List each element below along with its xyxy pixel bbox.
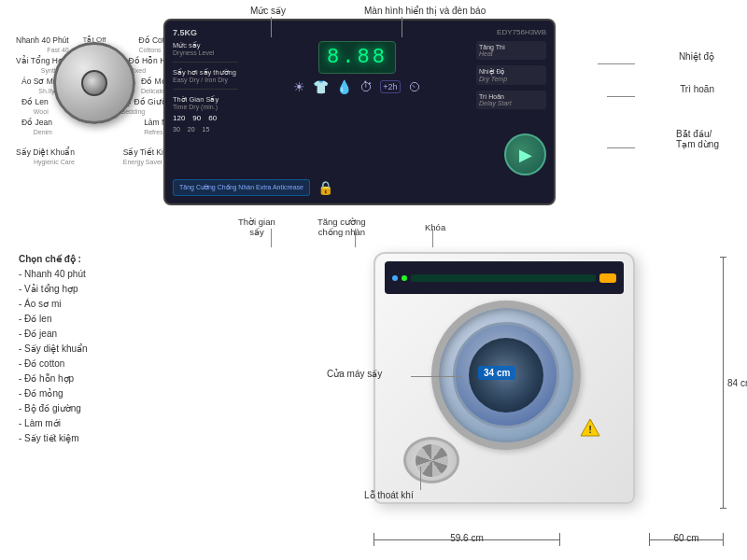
- control-panel-display: 7.5KG EDY756H3WB Mức sấy Dryness Level S…: [163, 19, 556, 205]
- machine-top-panel: [385, 261, 624, 294]
- time-values: 120 90 60: [173, 114, 238, 122]
- tang-cuong-box: Tăng Cường Chống Nhàn Extra Anticrease: [173, 179, 310, 196]
- label-nhiet-do: Nhiệt độ: [679, 51, 714, 62]
- panel-item-muc-say: Mức sấy Dryness Level: [173, 41, 238, 56]
- chon-item-7: - Đồ hỗn hợp: [19, 371, 205, 386]
- line-muc-say: [271, 17, 272, 37]
- panel-item-say-hoi: Sấy hơi sấy thường Easy Dry / Iron Dry: [173, 68, 238, 83]
- label-cua-may-say: Cửa máy sấy: [327, 369, 382, 379]
- digital-display: 8.88: [318, 41, 396, 74]
- dial-label-aosom: Áo Sơ Mi Sh.Ily: [21, 77, 55, 95]
- line-man-hinh: [402, 17, 402, 37]
- dim-596-container: 59.6 cm: [374, 533, 560, 546]
- chon-item-9: - Bộ đồ giường: [19, 401, 205, 416]
- dial-label-sdkhuaan: Sấy Diệt Khuẩn Hygienic Care: [16, 147, 75, 166]
- label-bat-dau: Bắt đầu/ Tạm dừng: [676, 129, 719, 149]
- panel-top-row: 7.5KG EDY756H3WB: [173, 28, 546, 37]
- machine-container: 34 cm ! 84 cm: [336, 233, 738, 551]
- door-measurement-badge: 34 cm: [478, 366, 515, 380]
- icon-shirt: 👕: [313, 79, 329, 94]
- panel-center-col: 8.88 ☀ 👕 💧 ⏱ +2h ⏲: [244, 41, 471, 153]
- label-lo-thoat-khi: Lỗ thoát khí: [364, 490, 414, 500]
- dim-84-label: 84 cm: [727, 378, 747, 388]
- time-sub: 30 20 15: [173, 126, 238, 133]
- chon-che-do-block: Chọn chế độ : - Nhanh 40 phút - Vải tổng…: [19, 252, 205, 446]
- dim-60-container: 60 cm: [649, 533, 724, 546]
- warning-sticker: !: [580, 417, 600, 438]
- chon-item-2: - Áo sơ mi: [19, 297, 205, 312]
- label-khoa: Khóa: [425, 222, 445, 232]
- mode-dial[interactable]: Tắt Off: [53, 42, 135, 124]
- dial-label-dojean: Đồ Jean Denim: [21, 118, 52, 136]
- icon-clock: ⏱: [359, 79, 373, 94]
- chon-item-4: - Đồ jean: [19, 327, 205, 342]
- panel-right-heat: Tăng Thì Heat: [476, 41, 546, 60]
- chon-item-1: - Vải tổng hợp: [19, 282, 205, 297]
- dial-label-dolen: Đồ Len Wool: [21, 97, 49, 116]
- dial-off-label: Tắt Off: [83, 35, 106, 44]
- chon-item-0: - Nhanh 40 phút: [19, 267, 205, 282]
- label-tri-hoan: Trì hoãn: [680, 84, 714, 94]
- panel-left-col: Mức sấy Dryness Level Sấy hơi sấy thường…: [173, 41, 238, 153]
- chon-item-5: - Sấy diệt khuẩn: [19, 342, 205, 357]
- panel-icons-row: ☀ 👕 💧 ⏱ +2h ⏲: [293, 79, 420, 94]
- panel-weight: 7.5KG: [173, 28, 197, 37]
- panel-right-trihoan: Trì Hoãn Delay Start: [476, 91, 546, 109]
- chon-item-8: - Đồ mỏng: [19, 386, 205, 401]
- dial-label-nhanh: Nhanh 40 Phút Fast 40: [16, 35, 69, 54]
- machine-panel-dot3: [599, 273, 616, 283]
- panel-middle: Mức sấy Dryness Level Sấy hơi sấy thường…: [173, 41, 546, 153]
- label-man-hinh: Màn hình hiển thị và đèn báo: [364, 6, 486, 16]
- chon-che-do-title: Chọn chế độ :: [19, 252, 205, 267]
- chon-item-10: - Làm mới: [19, 416, 205, 431]
- machine-panel-dot1: [392, 275, 398, 281]
- dial-section: Nhanh 40 Phút Fast 40 Vải Tổng Hợp Synth…: [14, 9, 177, 215]
- label-thoi-gian-say: Thời giansấy: [238, 217, 275, 237]
- bottom-section: Chọn chế độ : - Nhanh 40 phút - Vải tổng…: [0, 243, 747, 560]
- machine-body: 34 cm !: [374, 252, 635, 504]
- lock-icon[interactable]: 🔒: [317, 180, 333, 195]
- machine-panel-bar: [411, 274, 596, 282]
- dim-596-label: 59.6 cm: [450, 533, 484, 543]
- chon-item-6: - Đồ cotton: [19, 357, 205, 371]
- label-muc-say: Mức sấy: [250, 6, 286, 16]
- dim-60-label: 60 cm: [673, 533, 698, 543]
- icon-sun: ☀: [293, 79, 305, 94]
- icon-plus2h[interactable]: +2h: [380, 80, 400, 93]
- line-nhiet-do: [598, 63, 635, 64]
- dial-center: [81, 70, 107, 96]
- chon-item-11: - Sấy tiết kiệm: [19, 431, 205, 446]
- panel-item-thoi-gian: Thời Gian Sấy Time Dry (min.): [173, 95, 238, 110]
- svg-text:!: !: [588, 424, 592, 435]
- panel-right-nhietdo: Nhiệt Độ Dry Temp: [476, 65, 546, 85]
- panel-bottom-row: Tăng Cường Chống Nhàn Extra Anticrease 🔒: [173, 179, 498, 196]
- icon-drop: 💧: [336, 79, 352, 94]
- line-bat-dau: [607, 147, 635, 148]
- machine-vent: [403, 437, 459, 483]
- icon-time2: ⏲: [408, 79, 421, 94]
- main-container: Mức sấy Màn hình hiển thị và đèn báo Nha…: [0, 0, 747, 560]
- chon-item-3: - Đồ len: [19, 312, 205, 327]
- machine-panel-dot2: [402, 275, 407, 281]
- dim-84-container: 84 cm: [723, 257, 724, 509]
- panel-model: EDY756H3WB: [497, 28, 546, 36]
- start-button[interactable]: ▶: [504, 133, 546, 175]
- line-tri-hoan: [607, 96, 635, 97]
